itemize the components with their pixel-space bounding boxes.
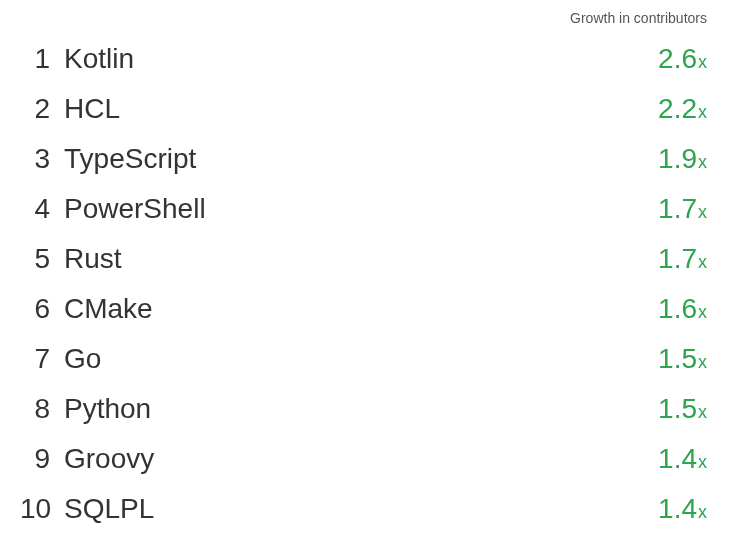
growth-suffix: x [698, 102, 707, 123]
growth-cell: 2.2x [658, 93, 707, 125]
table-row: 1 Kotlin 2.6x [20, 34, 707, 84]
language-cell: PowerShell [64, 193, 658, 225]
growth-cell: 1.7x [658, 243, 707, 275]
growth-value: 1.5 [658, 393, 697, 425]
growth-cell: 1.5x [658, 393, 707, 425]
growth-suffix: x [698, 452, 707, 473]
language-cell: CMake [64, 293, 658, 325]
table-row: 9 Groovy 1.4x [20, 434, 707, 484]
language-growth-table: Growth in contributors 1 Kotlin 2.6x 2 H… [0, 0, 747, 554]
rank-cell: 7 [20, 343, 64, 375]
rank-cell: 5 [20, 243, 64, 275]
growth-cell: 2.6x [658, 43, 707, 75]
growth-value: 1.9 [658, 143, 697, 175]
rank-cell: 9 [20, 443, 64, 475]
table-row: 10 SQLPL 1.4x [20, 484, 707, 534]
growth-suffix: x [698, 252, 707, 273]
growth-cell: 1.7x [658, 193, 707, 225]
table-row: 2 HCL 2.2x [20, 84, 707, 134]
language-cell: Python [64, 393, 658, 425]
growth-cell: 1.4x [658, 443, 707, 475]
rank-cell: 10 [20, 493, 64, 525]
language-cell: HCL [64, 93, 658, 125]
growth-value: 1.4 [658, 493, 697, 525]
growth-value: 1.7 [658, 243, 697, 275]
language-cell: Kotlin [64, 43, 658, 75]
table-row: 5 Rust 1.7x [20, 234, 707, 284]
table-row: 6 CMake 1.6x [20, 284, 707, 334]
table-row: 4 PowerShell 1.7x [20, 184, 707, 234]
rank-cell: 8 [20, 393, 64, 425]
table-row: 8 Python 1.5x [20, 384, 707, 434]
growth-suffix: x [698, 502, 707, 523]
growth-suffix: x [698, 302, 707, 323]
growth-value: 1.6 [658, 293, 697, 325]
table-row: 3 TypeScript 1.9x [20, 134, 707, 184]
language-cell: SQLPL [64, 493, 658, 525]
language-cell: Groovy [64, 443, 658, 475]
table-row: 7 Go 1.5x [20, 334, 707, 384]
growth-value: 1.5 [658, 343, 697, 375]
language-cell: Go [64, 343, 658, 375]
rank-cell: 4 [20, 193, 64, 225]
growth-cell: 1.4x [658, 493, 707, 525]
growth-suffix: x [698, 152, 707, 173]
growth-value: 1.7 [658, 193, 697, 225]
rank-cell: 2 [20, 93, 64, 125]
rank-cell: 3 [20, 143, 64, 175]
growth-suffix: x [698, 402, 707, 423]
language-cell: TypeScript [64, 143, 658, 175]
column-header-growth: Growth in contributors [20, 10, 707, 34]
growth-suffix: x [698, 52, 707, 73]
growth-value: 2.6 [658, 43, 697, 75]
growth-value: 1.4 [658, 443, 697, 475]
growth-cell: 1.6x [658, 293, 707, 325]
growth-cell: 1.9x [658, 143, 707, 175]
rank-cell: 1 [20, 43, 64, 75]
language-cell: Rust [64, 243, 658, 275]
growth-suffix: x [698, 202, 707, 223]
rank-cell: 6 [20, 293, 64, 325]
growth-value: 2.2 [658, 93, 697, 125]
table-body: 1 Kotlin 2.6x 2 HCL 2.2x 3 TypeScript 1.… [20, 34, 707, 534]
growth-cell: 1.5x [658, 343, 707, 375]
growth-suffix: x [698, 352, 707, 373]
